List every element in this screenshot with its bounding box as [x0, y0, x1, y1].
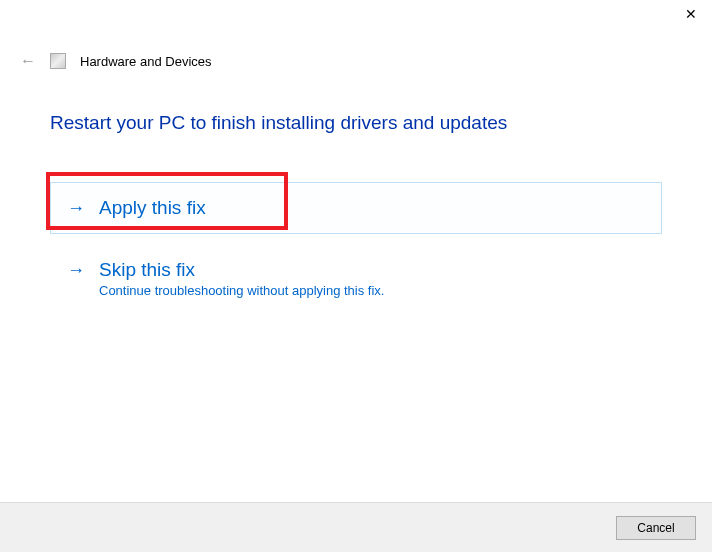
close-icon: ✕ [685, 6, 697, 22]
option-description: Continue troubleshooting without applyin… [99, 283, 384, 298]
title-bar: ✕ [0, 0, 712, 32]
option-title: Apply this fix [99, 197, 206, 219]
footer: Cancel [0, 502, 712, 552]
close-button[interactable]: ✕ [670, 0, 712, 28]
back-arrow-icon[interactable]: ← [20, 52, 36, 70]
skip-fix-option[interactable]: → Skip this fix Continue troubleshooting… [50, 244, 662, 313]
option-body: Apply this fix [99, 197, 206, 219]
arrow-right-icon: → [67, 197, 85, 219]
content-area: Restart your PC to finish installing dri… [0, 80, 712, 313]
option-title: Skip this fix [99, 259, 384, 281]
header: ← Hardware and Devices [0, 32, 712, 80]
troubleshooter-icon [50, 53, 66, 69]
instruction-text: Restart your PC to finish installing dri… [50, 112, 662, 134]
apply-fix-option[interactable]: → Apply this fix [50, 182, 662, 234]
arrow-right-icon: → [67, 259, 85, 281]
header-title: Hardware and Devices [80, 54, 212, 69]
cancel-button[interactable]: Cancel [616, 516, 696, 540]
option-body: Skip this fix Continue troubleshooting w… [99, 259, 384, 298]
